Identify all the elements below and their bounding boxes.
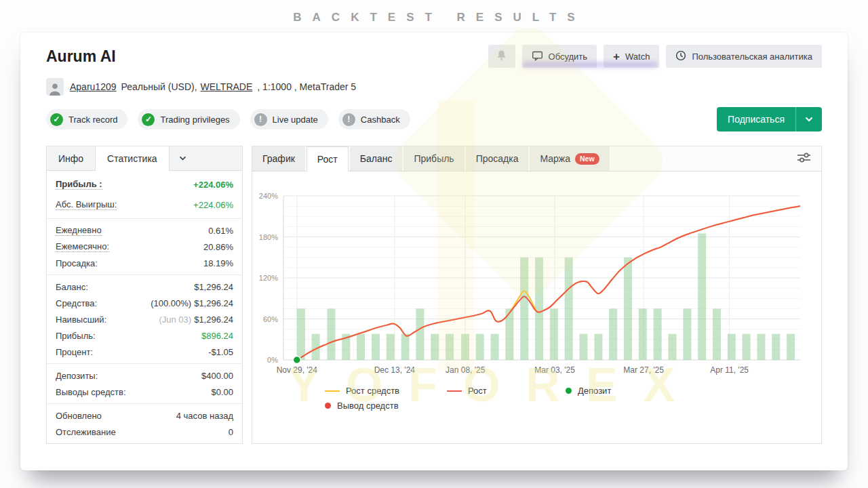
check-circle-icon: ✓ (50, 113, 63, 126)
stat-value: 0.61% (208, 226, 233, 236)
account-card: YOFOREX Aurum AI Обсудить + Watch (20, 33, 848, 470)
chart-area: 0%60%120%180%240%Nov 29, '24Dec 13, '24J… (252, 171, 821, 411)
analytics-label: Пользовательская аналитика (692, 52, 812, 62)
plus-icon: + (613, 51, 620, 62)
account-info-row: Aparu1209 Реальный (USD), WELTRADE , 1:1… (46, 78, 822, 96)
legend-label: Вывод средств (337, 401, 399, 411)
chart-panel: ГрафикРостБалансПрибыльПросадкаМаржаNew … (252, 146, 822, 444)
discuss-button[interactable]: Обсудить (522, 45, 597, 68)
sidebar-tab-statistics[interactable]: Статистика (95, 146, 170, 171)
broker-link[interactable]: WELTRADE (201, 81, 253, 92)
svg-text:Dec 13, '24: Dec 13, '24 (374, 365, 416, 375)
stat-label: Отслеживание (56, 427, 116, 437)
growth-chart: 0%60%120%180%240%Nov 29, '24Dec 13, '24J… (254, 176, 804, 379)
sidebar-tabbar: ИнфоСтатистика (47, 146, 242, 171)
chart-tabbar: ГрафикРостБалансПрибыльПросадкаМаржаNew (252, 146, 821, 171)
chart-tab-прибыль[interactable]: Прибыль (403, 146, 464, 171)
subscribe-button[interactable]: Подписаться (717, 107, 822, 131)
chart-tab-label: Рост (317, 154, 338, 165)
backtest-results-header: BACKTEST RESULTS (0, 0, 868, 24)
chart-tab-label: Баланс (360, 153, 393, 164)
sidebar-collapse-chevron-icon[interactable] (171, 146, 195, 170)
svg-text:Mar 03, '25: Mar 03, '25 (534, 365, 575, 375)
stat-value: +224.06% (193, 180, 233, 190)
stat-group: Депозиты:$400.00Выводы средств:$0.00 (47, 364, 242, 404)
exclamation-circle-icon: ! (342, 113, 355, 126)
stat-label[interactable]: Абс. Выигрыш: (56, 199, 117, 210)
badge-label: Trading privileges (160, 115, 229, 125)
stat-value: 4 часов назад (176, 411, 233, 421)
stat-group: Прибыль :+224.06%Абс. Выигрыш:+224.06% (47, 171, 242, 219)
status-badges: ✓Track record✓Trading privileges!Live up… (46, 109, 420, 129)
status-badge[interactable]: ✓Track record (46, 109, 127, 129)
svg-text:Jan 08, '25: Jan 08, '25 (446, 365, 486, 375)
stat-label[interactable]: Прибыль : (56, 179, 102, 190)
stat-row: Ежедневно0.61% (47, 222, 242, 239)
stat-value: 20.86% (203, 242, 233, 252)
watch-label: Watch (625, 52, 650, 62)
check-circle-icon: ✓ (142, 113, 155, 126)
chevron-down-icon[interactable] (796, 107, 822, 131)
chart-tab-график[interactable]: График (252, 146, 305, 171)
chart-tab-рост[interactable]: Рост (307, 146, 349, 171)
stat-group: Баланс:$1,296.24Средства:(100.00%)$1,296… (47, 275, 242, 364)
exclamation-circle-icon: ! (254, 113, 267, 126)
page-title: Aurum AI (46, 47, 116, 66)
legend-swatch-icon (447, 390, 462, 392)
username-link[interactable]: Aparu1209 (70, 81, 117, 92)
stat-group: Обновлено4 часов назадОтслеживание0 (47, 404, 242, 443)
stat-row: Выводы средств:$0.00 (47, 384, 242, 400)
stat-label: Средства: (56, 298, 97, 308)
stat-row: Наивысший:(Jun 03)$1,296.24 (47, 311, 242, 327)
account-details: , 1:1000 , MetaTrader 5 (257, 81, 356, 92)
stat-row: Депозиты:$400.00 (47, 367, 242, 384)
chart-tab-маржа[interactable]: МаржаNew (530, 146, 609, 171)
legend-swatch-icon (325, 390, 340, 392)
chart-tab-баланс[interactable]: Баланс (350, 146, 403, 171)
stat-label[interactable]: Ежедневно (56, 225, 102, 236)
chart-legend: Рост средствРостДепозитВывод средств (325, 386, 817, 411)
sidebar-tab-info[interactable]: Инфо (47, 146, 95, 170)
sliders-icon (796, 152, 812, 165)
custom-analytics-button[interactable]: Пользовательская аналитика (666, 45, 822, 68)
stat-label: Выводы средств: (56, 387, 126, 397)
svg-text:240%: 240% (259, 192, 278, 200)
notifications-button[interactable] (488, 45, 515, 68)
stat-row: Процент:-$1.05 (47, 344, 242, 360)
stat-row: Обновлено4 часов назад (47, 407, 242, 424)
stat-value: $0.00 (211, 387, 233, 397)
watch-button[interactable]: + Watch (604, 45, 659, 68)
svg-text:Nov 29, '24: Nov 29, '24 (277, 365, 318, 375)
legend-item: Вывод средств (325, 401, 447, 411)
avatar (46, 78, 64, 96)
stat-value: $1,296.24 (194, 282, 233, 292)
chart-tab-label: График (262, 153, 295, 164)
chart-tab-просадка[interactable]: Просадка (466, 146, 529, 171)
stat-value: +224.06% (193, 200, 233, 210)
legend-item: Депозит (566, 386, 817, 396)
stat-value: $400.00 (201, 371, 233, 381)
clock-icon (675, 50, 686, 63)
chart-settings-button[interactable] (796, 152, 812, 165)
svg-text:180%: 180% (259, 233, 278, 241)
stat-group: Ежедневно0.61%Ежемесячно:20.86%Просадка:… (47, 219, 242, 275)
stats-list: Прибыль :+224.06%Абс. Выигрыш:+224.06%Еж… (47, 171, 242, 443)
status-badge[interactable]: !Cashback (338, 109, 410, 129)
new-badge: New (575, 153, 599, 165)
title-actions: Обсудить + Watch Пользовательская аналит… (481, 45, 822, 68)
stat-row: Прибыль:$896.24 (47, 327, 242, 344)
status-badge[interactable]: !Live update (250, 109, 328, 129)
stat-row: Отслеживание0 (47, 424, 242, 440)
svg-text:120%: 120% (259, 274, 278, 282)
status-badge[interactable]: ✓Trading privileges (138, 109, 239, 129)
stat-label: Просадка: (56, 258, 98, 268)
speech-bubble-icon (532, 50, 543, 63)
legend-item: Рост средств (325, 386, 447, 396)
stat-label: Баланс: (56, 282, 88, 292)
stat-row: Просадка:18.19% (47, 255, 242, 271)
chart-tab-label: Маржа (540, 153, 570, 164)
stat-value-prefix: (100.00%) (151, 298, 191, 308)
badge-label: Track record (68, 115, 117, 125)
stat-label[interactable]: Ежемесячно: (56, 241, 109, 252)
subscribe-label: Подписаться (717, 107, 795, 131)
